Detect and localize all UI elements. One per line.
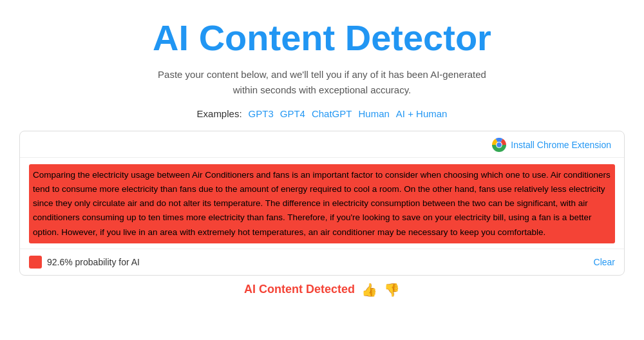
example-gpt3[interactable]: GPT3: [249, 108, 274, 119]
chrome-extension-button[interactable]: Install Chrome Extension: [488, 137, 615, 153]
page-title: AI Content Detector: [153, 18, 491, 58]
thumbdown-button[interactable]: 👎: [384, 282, 400, 298]
content-box: Install Chrome Extension Comparing the e…: [19, 131, 625, 276]
chrome-ext-bar: Install Chrome Extension: [20, 131, 624, 158]
ai-indicator: [29, 256, 42, 269]
text-area-wrapper: Comparing the electricity usage between …: [20, 158, 624, 249]
examples-row: Examples: GPT3 GPT4 ChatGPT Human AI + H…: [197, 108, 448, 119]
example-chatgpt[interactable]: ChatGPT: [312, 108, 352, 119]
result-row: AI Content Detected 👍 👎: [244, 282, 400, 298]
example-ai-human[interactable]: AI + Human: [396, 108, 448, 119]
examples-label: Examples:: [197, 108, 242, 119]
example-human[interactable]: Human: [358, 108, 389, 119]
probability-text: 92.6% probability for AI: [47, 257, 140, 267]
chrome-icon: [492, 138, 506, 152]
clear-button[interactable]: Clear: [594, 257, 615, 267]
page-wrapper: AI Content Detector Paste your content b…: [0, 0, 644, 310]
probability-badge: 92.6% probability for AI: [29, 256, 140, 269]
footer-bar: 92.6% probability for AI Clear: [20, 249, 624, 275]
result-label: AI Content Detected: [244, 283, 355, 296]
detected-content: Comparing the electricity usage between …: [29, 164, 615, 243]
svg-point-2: [497, 142, 502, 147]
subtitle: Paste your content below, and we'll tell…: [158, 67, 486, 98]
example-gpt4[interactable]: GPT4: [280, 108, 305, 119]
thumbup-button[interactable]: 👍: [361, 282, 377, 298]
